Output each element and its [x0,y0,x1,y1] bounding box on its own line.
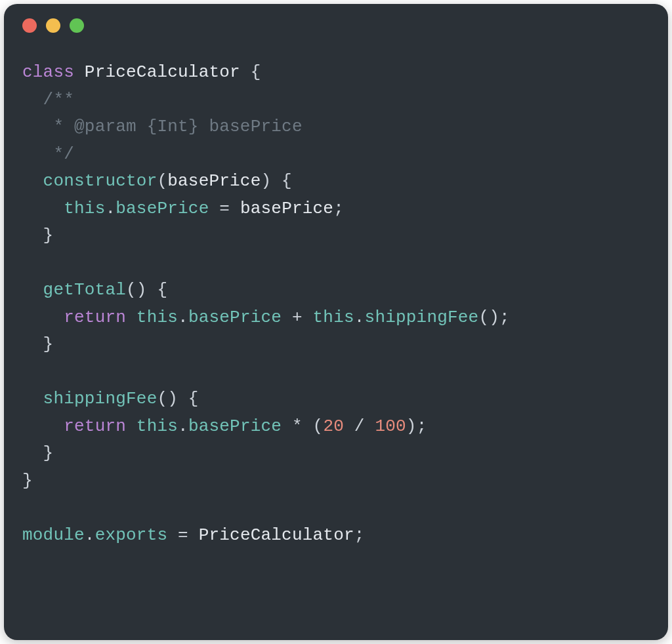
code-line: } [22,334,53,354]
code-line: */ [22,144,74,164]
code-line: return this.basePrice + this.shippingFee… [22,308,510,327]
code-line: constructor(basePrice) { [22,171,292,191]
code-line: } [22,471,33,491]
code-line: } [22,226,53,245]
code-line: class PriceCalculator { [22,62,261,82]
code-line: return this.basePrice * (20 / 100); [22,416,427,436]
code-window: class PriceCalculator { /** * @param {In… [4,4,668,640]
code-line: /** [22,90,74,110]
window-titlebar [4,4,668,33]
code-line: module.exports = PriceCalculator; [22,525,365,545]
code-editor[interactable]: class PriceCalculator { /** * @param {In… [4,33,668,549]
code-line: this.basePrice = basePrice; [22,199,344,218]
code-line: getTotal() { [22,280,167,300]
zoom-icon[interactable] [70,18,84,33]
minimize-icon[interactable] [46,18,60,33]
code-line: shippingFee() { [22,389,199,409]
code-line: * @param {Int} basePrice [22,117,303,136]
code-line: } [22,443,53,463]
close-icon[interactable] [22,18,37,33]
